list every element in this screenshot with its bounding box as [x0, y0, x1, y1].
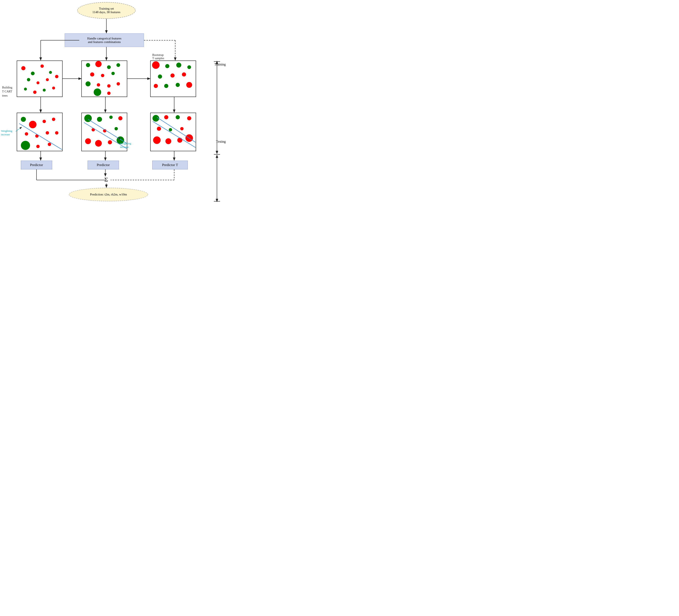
svg-point-70: [177, 138, 182, 143]
svg-point-4: [27, 78, 30, 82]
svg-point-63: [175, 115, 180, 119]
weighting-increase-1-label: Weightingincrease: [1, 129, 12, 136]
dot-box-3-bot: [150, 112, 196, 151]
dot-box-3-top: [150, 61, 196, 97]
sigma-symbol: Σ: [104, 176, 108, 183]
svg-point-51: [118, 116, 123, 120]
diagram: Training set 1148 days, 38 features Hand…: [0, 0, 229, 204]
dot-box-1-bot: [17, 112, 63, 151]
dots-svg-1-bot: [17, 113, 62, 151]
svg-point-3: [49, 71, 52, 74]
testing-label: Testing: [216, 140, 226, 143]
dots-svg-2-top: [82, 61, 127, 97]
handle-box: Handle categorical features and features…: [65, 33, 144, 47]
dots-svg-3-top: [151, 61, 196, 97]
svg-point-24: [107, 92, 110, 95]
svg-point-38: [42, 120, 46, 123]
svg-point-42: [46, 131, 49, 134]
svg-point-9: [33, 91, 36, 94]
predictor-2-label: Predictor: [97, 163, 110, 167]
svg-point-26: [165, 64, 169, 68]
svg-point-44: [21, 141, 30, 150]
prediction-label: Prediction: t2m, rh2m, w10m: [90, 193, 127, 196]
dot-box-1-top: [17, 61, 63, 97]
handle-label1: Handle categorical features: [87, 37, 121, 40]
svg-point-5: [36, 82, 39, 84]
svg-point-7: [55, 75, 58, 78]
prediction-ellipse: Prediction: t2m, rh2m, w10m: [69, 188, 148, 201]
svg-point-13: [95, 61, 102, 67]
predictor-2-box: Predictor: [88, 161, 119, 169]
svg-point-2: [40, 64, 44, 68]
svg-point-19: [86, 82, 91, 86]
svg-point-21: [107, 84, 110, 88]
predictor-1-label: Predictor: [30, 163, 43, 167]
handle-label2: and features combinations: [88, 40, 121, 44]
building-label: BuildingT CARTtrees: [2, 82, 12, 98]
svg-point-34: [175, 83, 180, 87]
svg-point-55: [85, 138, 91, 144]
svg-point-50: [109, 116, 112, 119]
svg-point-68: [153, 136, 161, 144]
training-set-label2: 1148 days, 38 features: [92, 10, 120, 14]
svg-point-62: [164, 115, 168, 119]
svg-point-31: [182, 72, 186, 76]
svg-point-64: [187, 116, 191, 120]
predictor-3-box: Predictor T: [152, 161, 188, 169]
svg-point-69: [165, 138, 171, 144]
dot-box-2-top: [82, 61, 127, 97]
svg-point-12: [86, 63, 90, 67]
svg-point-20: [97, 83, 100, 87]
svg-point-54: [115, 127, 118, 130]
svg-point-43: [55, 131, 58, 134]
dots-svg-3-bot: [151, 113, 196, 151]
svg-point-33: [164, 84, 168, 88]
svg-point-36: [21, 117, 26, 122]
svg-point-17: [101, 74, 104, 77]
predictor-3-label: Predictor T: [162, 163, 178, 167]
svg-point-25: [152, 61, 160, 69]
predictor-1-box: Predictor: [21, 161, 52, 169]
svg-point-40: [25, 132, 28, 136]
svg-point-22: [117, 82, 120, 86]
svg-point-37: [29, 121, 36, 128]
svg-point-57: [108, 140, 112, 144]
svg-line-73: [157, 117, 195, 142]
svg-point-46: [48, 143, 51, 146]
svg-point-8: [24, 88, 27, 91]
svg-point-28: [187, 65, 191, 69]
weighting-increase-2-label: Weightingincrease: [120, 142, 131, 149]
svg-point-30: [170, 73, 174, 77]
svg-point-23: [94, 89, 101, 96]
svg-point-14: [107, 65, 111, 69]
bootstrap-label: Bootstrap T samples: [152, 50, 164, 60]
svg-point-0: [21, 66, 26, 70]
svg-point-32: [154, 84, 158, 88]
svg-point-39: [52, 118, 55, 121]
svg-point-11: [52, 87, 55, 90]
arrow-overlay: [0, 0, 229, 204]
svg-point-66: [169, 128, 172, 131]
svg-point-1: [31, 71, 35, 75]
training-label: Training: [214, 63, 226, 66]
svg-point-6: [46, 78, 49, 81]
svg-point-18: [111, 72, 115, 75]
svg-point-27: [176, 63, 181, 68]
svg-point-15: [117, 63, 120, 67]
training-set-label1: Training set: [99, 7, 114, 10]
svg-point-65: [157, 127, 161, 131]
svg-point-29: [158, 74, 162, 79]
svg-point-49: [97, 117, 102, 122]
svg-point-56: [95, 140, 102, 147]
svg-point-16: [90, 72, 94, 76]
training-set-ellipse: Training set 1148 days, 38 features: [77, 2, 136, 19]
svg-point-35: [186, 82, 192, 88]
dots-svg-1-top: [17, 61, 62, 97]
svg-point-45: [36, 145, 40, 148]
svg-point-67: [180, 127, 184, 130]
svg-point-10: [43, 89, 46, 92]
